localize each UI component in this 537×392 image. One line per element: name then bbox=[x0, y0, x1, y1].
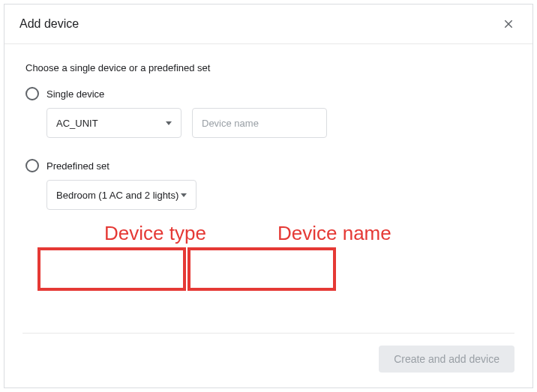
close-icon bbox=[502, 18, 514, 30]
single-device-option[interactable]: Single device bbox=[26, 87, 512, 100]
dialog-body: Choose a single device or a predefined s… bbox=[4, 44, 532, 333]
annotation-device-name-box bbox=[188, 247, 336, 291]
choose-subtitle: Choose a single device or a predefined s… bbox=[26, 62, 512, 73]
dialog-footer: Create and add device bbox=[4, 334, 532, 388]
device-type-select[interactable]: AC_UNIT bbox=[46, 108, 182, 138]
chevron-down-icon bbox=[166, 121, 172, 125]
single-device-radio[interactable] bbox=[26, 87, 39, 100]
device-name-input[interactable] bbox=[192, 108, 327, 138]
create-add-device-button[interactable]: Create and add device bbox=[379, 346, 514, 373]
predefined-set-label: Predefined set bbox=[46, 160, 110, 172]
dialog-title: Add device bbox=[20, 17, 79, 31]
predefined-set-option[interactable]: Predefined set bbox=[26, 159, 512, 172]
predefined-set-select[interactable]: Bedroom (1 AC and 2 lights) bbox=[46, 180, 196, 210]
annotation-device-type-box bbox=[38, 247, 186, 291]
single-device-fields: AC_UNIT bbox=[46, 108, 512, 138]
single-device-label: Single device bbox=[46, 88, 104, 100]
annotation-device-type-label: Device type bbox=[104, 222, 206, 245]
chevron-down-icon bbox=[181, 193, 187, 197]
annotation-device-name-label: Device name bbox=[278, 222, 392, 245]
predefined-set-value: Bedroom (1 AC and 2 lights) bbox=[56, 190, 178, 201]
dialog-header: Add device bbox=[4, 4, 532, 44]
close-button[interactable] bbox=[500, 15, 518, 33]
add-device-dialog: Add device Choose a single device or a p… bbox=[4, 4, 533, 388]
predefined-set-fields: Bedroom (1 AC and 2 lights) bbox=[46, 180, 512, 210]
predefined-set-radio[interactable] bbox=[26, 159, 39, 172]
device-type-value: AC_UNIT bbox=[56, 118, 98, 129]
